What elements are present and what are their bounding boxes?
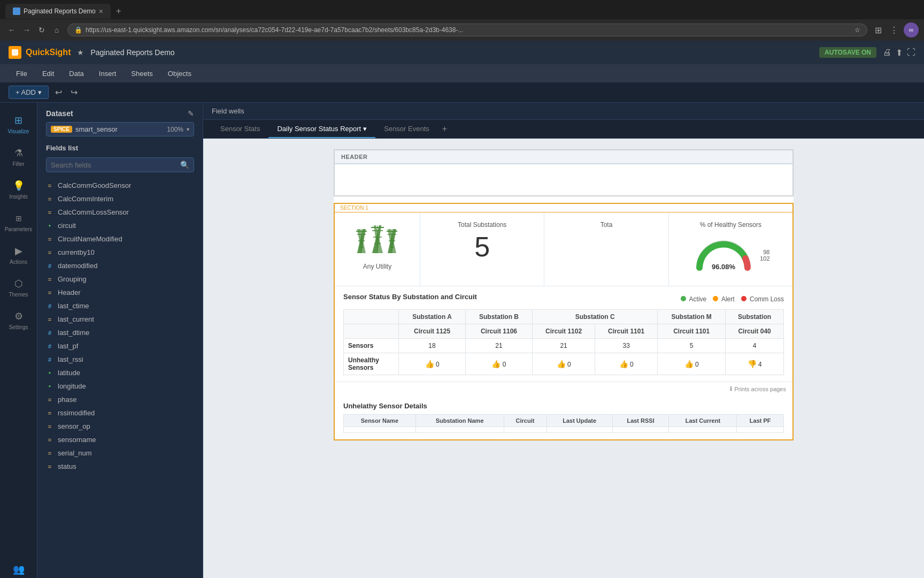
field-item-serial-num[interactable]: = serial_num [37,446,203,460]
sidebar-item-themes[interactable]: ⬡ Themes [0,271,37,304]
hash-icon: # [46,262,53,270]
field-item-last-dtime[interactable]: # last_dtime [37,326,203,339]
search-icon[interactable]: 🔍 [180,161,189,169]
print-button[interactable]: 🖨 [883,48,891,57]
sidebar-item-community[interactable]: 👥 Community [0,557,37,578]
nav-buttons: ← → ↻ ⌂ [5,24,63,36]
sidebar-item-settings[interactable]: ⚙ Settings [0,304,37,337]
sidebar-item-actions[interactable]: ▶ Actions [0,239,37,271]
sidebar-item-parameters[interactable]: ⊞ Parameters [0,206,37,239]
detail-circuit [504,427,546,433]
th-substation-c: Substation C [533,310,658,324]
menu-button[interactable]: ⋮ [888,24,900,36]
detail-last-update [546,427,612,433]
address-bar: ← → ↻ ⌂ 🔒 https://us-east-1.quicksight.a… [0,19,924,41]
menu-item-insert[interactable]: Insert [91,64,124,82]
field-label: sensor_op [58,422,90,430]
sensor-status-title: Sensor Status By Substation and Circuit [343,293,477,301]
unhealthy-val-3: 👍 0 [595,353,658,375]
field-search-box[interactable]: 🔍 [46,157,194,172]
menu-item-objects[interactable]: Objects [160,64,199,82]
add-button[interactable]: + ADD ▾ [9,86,49,99]
field-item-circuitnamemodified[interactable]: = CircuitNameModified [37,232,203,246]
active-tab[interactable]: Paginated Reports Demo × [5,4,111,19]
sidebar-item-visualize[interactable]: ⊞ Visualize [0,108,37,141]
sidebar-item-insights[interactable]: 💡 Insights [0,173,37,206]
gauge-count-98: 98 [763,249,769,255]
svg-text:96.08%: 96.08% [712,263,736,271]
search-fields-input[interactable] [51,161,177,169]
menu-item-edit[interactable]: Edit [35,64,61,82]
community-icon: 👥 [13,564,25,575]
sidebar-label-settings: Settings [9,324,28,330]
circle-icon: ● [46,369,53,377]
qs-logo[interactable]: QuickSight [9,46,71,59]
dataset-edit-button[interactable]: ✎ [188,109,194,118]
extensions-button[interactable]: ⊞ [872,24,884,36]
field-label: Grouping [58,275,86,283]
profile-button[interactable]: ∞ [904,22,919,37]
unhealthy-val-4: 👍 0 [658,353,726,375]
header-section-label: HEADER [334,150,793,164]
field-item-currentby10[interactable]: = currentby10 [37,246,203,259]
header-section-wrapper: HEADER [334,149,794,196]
tab-sensor-events[interactable]: Sensor Events [375,120,438,138]
redo-button[interactable]: ↪ [68,86,80,98]
share-button[interactable]: ⬆ [896,48,903,58]
thumbsup-icon: 👍 [619,360,628,368]
hash-icon: # [46,356,53,363]
legend-active: Active [681,295,706,303]
sidebar-label-visualize: Visualize [8,128,29,134]
field-item-latitude[interactable]: ● latitude [37,366,203,379]
table-row-sensors: Sensors 18 21 21 33 5 4 [344,339,784,353]
field-item-calccommlosssensor[interactable]: = CalcCommLossSensor [37,206,203,219]
tab-sensor-stats[interactable]: Sensor Stats [212,120,268,138]
field-item-status[interactable]: = status [37,460,203,473]
field-item-last-rssi[interactable]: # last_rssi [37,353,203,366]
thumbsup-icon: 👍 [425,360,434,368]
field-item-header[interactable]: = Header [37,286,203,299]
field-item-calccommgoodsensor[interactable]: = CalcCommGoodSensor [37,179,203,192]
close-tab-button[interactable]: × [99,7,103,16]
menu-item-sheets[interactable]: Sheets [124,64,160,82]
fullscreen-button[interactable]: ⛶ [907,48,915,57]
sidebar-item-filter[interactable]: ⚗ Filter [0,141,37,173]
equals-icon: = [46,463,53,470]
field-item-last-pf[interactable]: # last_pf [37,339,203,353]
url-box[interactable]: 🔒 https://us-east-1.quicksight.aws.amazo… [67,24,867,36]
tab-daily-sensor-status[interactable]: Daily Sensor Status Report ▾ [268,120,375,138]
home-button[interactable]: ⌂ [50,24,63,36]
field-item-calccomminterim[interactable]: = CalcCommInterim [37,192,203,206]
th-sensor-name: Sensor Name [344,415,416,427]
forward-button[interactable]: → [20,24,33,36]
bookmark-icon[interactable]: ☆ [854,26,860,34]
field-item-last-ctime[interactable]: # last_ctime [37,299,203,313]
new-tab-button[interactable]: + [111,3,126,19]
refresh-button[interactable]: ↻ [35,24,48,36]
pct-healthy-label: % of Healthy Sensors [700,221,761,229]
back-button[interactable]: ← [5,24,18,36]
undo-button[interactable]: ↩ [53,86,64,98]
th-last-pf: Last PF [737,415,784,427]
th-circuit-1125: Circuit 1125 [399,324,466,339]
field-label: circuit [58,222,76,230]
autosave-indicator: AUTOSAVE ON [819,47,876,58]
favorite-icon[interactable]: ★ [77,48,84,57]
report-container: HEADER SECTION 1 [334,149,794,440]
field-item-datemodified[interactable]: # datemodified [37,259,203,272]
field-item-rssimodified[interactable]: = rssimodified [37,406,203,420]
field-item-circuit[interactable]: ● circuit [37,219,203,232]
add-sheet-button[interactable]: + [438,120,451,138]
dataset-dropdown[interactable]: SPICE smart_sensor 100% ▾ [46,122,194,136]
profile-icon: ∞ [909,26,914,34]
menu-item-data[interactable]: Data [61,64,91,82]
field-item-longitude[interactable]: ● longitude [37,379,203,393]
field-item-grouping[interactable]: = Grouping [37,272,203,286]
dataset-header-label: Dataset [46,109,73,118]
dashboard-canvas[interactable]: HEADER SECTION 1 [203,139,924,578]
field-item-phase[interactable]: = phase [37,393,203,406]
field-item-sensorname[interactable]: = sensorname [37,433,203,446]
menu-item-file[interactable]: File [9,64,35,82]
field-item-sensor-op[interactable]: = sensor_op [37,420,203,433]
field-item-last-current[interactable]: = last_current [37,313,203,326]
